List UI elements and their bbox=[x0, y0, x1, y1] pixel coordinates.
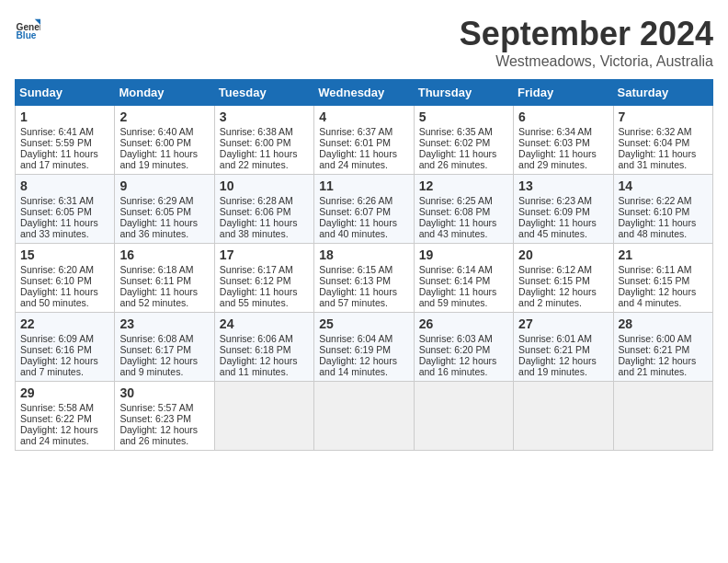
logo-icon: General Blue bbox=[15, 15, 40, 40]
table-row: 8Sunrise: 6:31 AMSunset: 6:05 PMDaylight… bbox=[16, 175, 115, 244]
day-info: Sunrise: 6:37 AM bbox=[319, 126, 408, 137]
col-sunday: Sunday bbox=[16, 80, 115, 106]
day-info: Sunset: 6:19 PM bbox=[319, 344, 408, 355]
calendar-row: 29Sunrise: 5:58 AMSunset: 6:22 PMDayligh… bbox=[16, 382, 713, 451]
day-number: 5 bbox=[419, 109, 508, 124]
day-info: Sunrise: 6:35 AM bbox=[419, 126, 508, 137]
day-info: Sunset: 6:05 PM bbox=[20, 206, 109, 217]
day-number: 9 bbox=[119, 178, 209, 193]
day-info: Sunrise: 6:18 AM bbox=[119, 264, 209, 275]
day-number: 27 bbox=[518, 316, 608, 331]
day-number: 21 bbox=[619, 247, 708, 262]
day-number: 15 bbox=[20, 247, 109, 262]
day-info: Sunset: 6:09 PM bbox=[518, 206, 608, 217]
svg-text:Blue: Blue bbox=[17, 30, 37, 40]
day-info: Daylight: 11 hours bbox=[518, 217, 608, 228]
table-row bbox=[613, 382, 712, 451]
table-row bbox=[314, 382, 414, 451]
table-row: 18Sunrise: 6:15 AMSunset: 6:13 PMDayligh… bbox=[314, 244, 414, 313]
col-friday: Friday bbox=[514, 80, 613, 106]
table-row: 6Sunrise: 6:34 AMSunset: 6:03 PMDaylight… bbox=[514, 106, 613, 175]
day-number: 2 bbox=[119, 109, 209, 124]
day-info: Sunset: 6:22 PM bbox=[20, 413, 109, 424]
title-block: September 2024 Westmeadows, Victoria, Au… bbox=[460, 15, 713, 70]
day-info: Daylight: 12 hours bbox=[20, 355, 109, 366]
day-info: Sunrise: 6:20 AM bbox=[20, 264, 109, 275]
day-info: Daylight: 12 hours bbox=[319, 355, 408, 366]
day-info: Daylight: 11 hours bbox=[119, 286, 209, 297]
day-info: Daylight: 12 hours bbox=[119, 424, 209, 435]
table-row: 10Sunrise: 6:28 AMSunset: 6:06 PMDayligh… bbox=[214, 175, 313, 244]
day-info: Daylight: 11 hours bbox=[20, 286, 109, 297]
table-row: 26Sunrise: 6:03 AMSunset: 6:20 PMDayligh… bbox=[414, 313, 513, 382]
table-row: 30Sunrise: 5:57 AMSunset: 6:23 PMDayligh… bbox=[115, 382, 214, 451]
table-row: 12Sunrise: 6:25 AMSunset: 6:08 PMDayligh… bbox=[414, 175, 513, 244]
day-info: and 22 minutes. bbox=[220, 159, 309, 170]
day-number: 29 bbox=[20, 385, 109, 400]
day-info: Sunrise: 6:29 AM bbox=[119, 195, 209, 206]
day-info: Daylight: 12 hours bbox=[20, 424, 109, 435]
day-number: 11 bbox=[319, 178, 408, 193]
day-info: Daylight: 12 hours bbox=[220, 355, 309, 366]
table-row: 20Sunrise: 6:12 AMSunset: 6:15 PMDayligh… bbox=[514, 244, 613, 313]
day-info: and 4 minutes. bbox=[619, 297, 708, 308]
day-info: and 40 minutes. bbox=[319, 228, 408, 239]
day-info: Sunrise: 6:09 AM bbox=[20, 333, 109, 344]
day-info: and 38 minutes. bbox=[220, 228, 309, 239]
table-row: 22Sunrise: 6:09 AMSunset: 6:16 PMDayligh… bbox=[16, 313, 115, 382]
day-info: Daylight: 12 hours bbox=[619, 355, 708, 366]
day-info: Sunrise: 6:25 AM bbox=[419, 195, 508, 206]
day-info: Sunrise: 6:34 AM bbox=[518, 126, 608, 137]
day-info: Daylight: 11 hours bbox=[119, 148, 209, 159]
day-info: and 2 minutes. bbox=[518, 297, 608, 308]
day-info: Daylight: 11 hours bbox=[419, 217, 508, 228]
day-info: Sunset: 6:15 PM bbox=[518, 275, 608, 286]
day-info: and 19 minutes. bbox=[518, 366, 608, 377]
day-number: 12 bbox=[419, 178, 508, 193]
day-info: Sunset: 6:10 PM bbox=[20, 275, 109, 286]
day-info: Sunset: 6:06 PM bbox=[220, 206, 309, 217]
table-row: 14Sunrise: 6:22 AMSunset: 6:10 PMDayligh… bbox=[613, 175, 712, 244]
day-info: Daylight: 11 hours bbox=[220, 148, 309, 159]
day-info: Sunrise: 6:38 AM bbox=[220, 126, 309, 137]
calendar-row: 8Sunrise: 6:31 AMSunset: 6:05 PMDaylight… bbox=[16, 175, 713, 244]
day-info: Daylight: 11 hours bbox=[619, 148, 708, 159]
calendar-row: 22Sunrise: 6:09 AMSunset: 6:16 PMDayligh… bbox=[16, 313, 713, 382]
day-info: Sunrise: 6:00 AM bbox=[619, 333, 708, 344]
day-number: 17 bbox=[220, 247, 309, 262]
day-number: 10 bbox=[220, 178, 309, 193]
day-number: 24 bbox=[220, 316, 309, 331]
table-row: 4Sunrise: 6:37 AMSunset: 6:01 PMDaylight… bbox=[314, 106, 414, 175]
day-number: 20 bbox=[518, 247, 608, 262]
day-info: and 11 minutes. bbox=[220, 366, 309, 377]
day-info: Sunset: 6:07 PM bbox=[319, 206, 408, 217]
day-info: Sunrise: 6:23 AM bbox=[518, 195, 608, 206]
day-number: 26 bbox=[419, 316, 508, 331]
day-info: Sunrise: 6:01 AM bbox=[518, 333, 608, 344]
day-info: and 14 minutes. bbox=[319, 366, 408, 377]
day-info: Sunrise: 6:26 AM bbox=[319, 195, 408, 206]
day-number: 13 bbox=[518, 178, 608, 193]
table-row: 11Sunrise: 6:26 AMSunset: 6:07 PMDayligh… bbox=[314, 175, 414, 244]
day-info: Sunrise: 6:11 AM bbox=[619, 264, 708, 275]
day-number: 1 bbox=[20, 109, 109, 124]
day-info: Sunrise: 6:40 AM bbox=[119, 126, 209, 137]
day-number: 23 bbox=[119, 316, 209, 331]
day-info: Sunset: 6:00 PM bbox=[119, 137, 209, 148]
day-info: and 36 minutes. bbox=[119, 228, 209, 239]
day-info: Sunset: 6:15 PM bbox=[619, 275, 708, 286]
day-info: and 21 minutes. bbox=[619, 366, 708, 377]
day-info: Sunset: 6:23 PM bbox=[119, 413, 209, 424]
day-info: and 52 minutes. bbox=[119, 297, 209, 308]
day-info: Sunset: 6:13 PM bbox=[319, 275, 408, 286]
day-info: and 57 minutes. bbox=[319, 297, 408, 308]
day-info: Sunset: 6:21 PM bbox=[518, 344, 608, 355]
day-info: Daylight: 11 hours bbox=[419, 286, 508, 297]
day-info: Daylight: 12 hours bbox=[518, 355, 608, 366]
calendar-table: Sunday Monday Tuesday Wednesday Thursday… bbox=[15, 79, 713, 451]
day-info: Daylight: 11 hours bbox=[20, 148, 109, 159]
day-number: 16 bbox=[119, 247, 209, 262]
day-info: and 9 minutes. bbox=[119, 366, 209, 377]
table-row: 21Sunrise: 6:11 AMSunset: 6:15 PMDayligh… bbox=[613, 244, 712, 313]
day-info: and 45 minutes. bbox=[518, 228, 608, 239]
